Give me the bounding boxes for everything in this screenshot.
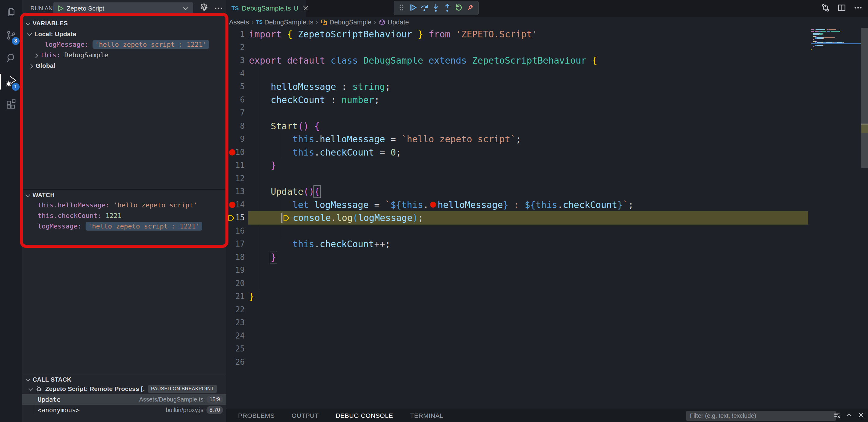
code-editor[interactable]: 1import { ZepetoScriptBehaviour } from '… xyxy=(226,28,868,409)
panel-tab-problems[interactable]: PROBLEMS xyxy=(238,409,275,422)
code-line-21[interactable]: 21} xyxy=(226,290,868,303)
token: . xyxy=(314,134,320,144)
token xyxy=(249,134,293,144)
code-line-19[interactable]: 19 xyxy=(226,264,868,277)
breadcrumb-item-debugsample[interactable]: DebugSample xyxy=(320,19,371,26)
stack-frame-row[interactable]: <anonymous> builtin/proxy.js 8:70 xyxy=(22,405,226,415)
code-line-23[interactable]: 23 xyxy=(226,316,868,329)
token: . xyxy=(331,212,336,223)
code-line-22[interactable]: 22 xyxy=(226,303,868,316)
restart-button[interactable] xyxy=(453,2,464,14)
gear-icon[interactable] xyxy=(199,3,210,14)
launch-config-dropdown[interactable]: Zepeto Script xyxy=(53,2,193,14)
code-line-17[interactable]: 17 this.checkCount++; xyxy=(226,238,868,251)
method-symbol-icon xyxy=(378,19,386,26)
debug-console-filter-input[interactable] xyxy=(686,411,836,421)
activity-item-explorer[interactable] xyxy=(0,1,22,24)
code-line-5[interactable]: 5 helloMessage : string; xyxy=(226,80,868,93)
close-panel-button[interactable] xyxy=(857,411,866,420)
chevron-down-icon xyxy=(29,386,33,391)
token: ; xyxy=(396,147,401,158)
debug-session-row[interactable]: Zepeto Script: Remote Process [... PAUSE… xyxy=(22,384,226,394)
activity-item-extensions[interactable] xyxy=(0,93,22,116)
clear-console-button[interactable] xyxy=(832,411,841,420)
activity-item-run-and-debug[interactable]: 1 xyxy=(0,70,22,93)
activity-item-source-control[interactable]: 8 xyxy=(0,24,22,47)
start-debug-icon[interactable] xyxy=(56,4,64,12)
panel-tab-bar: PROBLEMSOUTPUTDEBUG CONSOLETERMINAL xyxy=(238,409,443,422)
code-line-2[interactable]: 2 xyxy=(226,41,868,54)
open-changes-button[interactable] xyxy=(820,3,831,14)
code-line-6[interactable]: 6 checkCount : number; xyxy=(226,93,868,107)
watch-row[interactable]: logMessage: 'hello zepeto script : 1221' xyxy=(22,221,226,232)
panel-tab-terminal[interactable]: TERMINAL xyxy=(410,409,443,422)
token: this xyxy=(401,200,423,210)
variables-section-header[interactable]: VARIABLES xyxy=(22,18,226,28)
code-line-13[interactable]: 13 Update(){ xyxy=(226,185,868,198)
more-actions-icon[interactable] xyxy=(214,4,224,14)
variable-row[interactable]: Global xyxy=(22,60,226,71)
call-stack-section-header[interactable]: CALL STACK xyxy=(22,374,226,385)
code-line-9[interactable]: 9 this.helloMessage = `hello zepeto scri… xyxy=(226,132,868,146)
line-number: 14 xyxy=(226,198,245,212)
minimap[interactable] xyxy=(811,28,861,94)
code-line-26[interactable]: 26 xyxy=(226,356,868,369)
breadcrumb-item-assets[interactable]: Assets xyxy=(229,19,249,26)
code-text: } xyxy=(249,290,254,303)
code-line-11[interactable]: 11 } xyxy=(226,159,868,172)
step-out-button[interactable] xyxy=(441,2,453,14)
code-line-4[interactable]: 4 xyxy=(226,67,868,81)
token: from xyxy=(429,29,450,39)
token: string xyxy=(352,81,385,92)
clear-icon xyxy=(833,411,841,420)
split-editor-button[interactable] xyxy=(836,3,847,14)
editor-scrollbar[interactable] xyxy=(861,28,868,168)
token: { xyxy=(314,121,320,131)
tab-debugsample[interactable]: TS DebugSample.ts U xyxy=(226,0,306,17)
code-line-18[interactable]: 18 } xyxy=(226,251,868,264)
close-icon[interactable] xyxy=(302,5,309,12)
minimap-current-line xyxy=(811,43,861,44)
code-line-14[interactable]: 14 let logMessage = `${this.helloMessage… xyxy=(226,198,868,212)
variable-row[interactable]: Local: Update xyxy=(22,29,226,39)
activity-item-search[interactable] xyxy=(0,47,22,70)
code-line-25[interactable]: 25 xyxy=(226,342,868,356)
code-line-24[interactable]: 24 xyxy=(226,329,868,343)
token: { xyxy=(287,29,292,39)
code-line-15[interactable]: 15 console.log(logMessage); xyxy=(226,211,868,224)
code-line-16[interactable]: 16 xyxy=(226,224,868,238)
code-line-10[interactable]: 10 this.checkCount = 0; xyxy=(226,146,868,159)
variable-row[interactable]: this: DebugSample xyxy=(22,50,226,60)
variable-value: DebugSample xyxy=(64,51,108,59)
disconnect-button[interactable] xyxy=(464,2,476,14)
step-over-button[interactable] xyxy=(418,2,430,14)
token: Update xyxy=(271,186,303,197)
maximize-panel-button[interactable] xyxy=(844,411,854,420)
token xyxy=(358,55,363,66)
token: . xyxy=(314,239,320,249)
code-line-7[interactable]: 7 xyxy=(226,107,868,120)
watch-row[interactable]: this.checkCount: 1221 xyxy=(22,210,226,221)
files-icon xyxy=(5,7,17,19)
panel-tab-debug-console[interactable]: DEBUG CONSOLE xyxy=(336,409,393,422)
continue-button[interactable] xyxy=(407,2,418,14)
variable-value: 'hello zepeto script' xyxy=(114,201,197,209)
watch-row[interactable]: this.helloMessage: 'hello zepeto script' xyxy=(22,200,226,210)
code-line-20[interactable]: 20 xyxy=(226,277,868,290)
variable-row[interactable]: logMessage: 'hello zepeto script : 1221' xyxy=(22,39,226,50)
step-into-button[interactable] xyxy=(430,2,441,14)
breadcrumb-item-update[interactable]: Update xyxy=(378,19,409,26)
token xyxy=(249,239,293,249)
code-line-8[interactable]: 8 Start() { xyxy=(226,120,868,133)
token: ${ xyxy=(391,200,401,210)
watch-section-header[interactable]: WATCH xyxy=(22,190,226,200)
code-line-12[interactable]: 12 xyxy=(226,172,868,185)
stack-frame-row[interactable]: Update Assets/DebugSample.ts 15:9 xyxy=(22,394,226,405)
code-text: this.helloMessage = `hello zepeto script… xyxy=(249,132,521,146)
panel-tab-output[interactable]: OUTPUT xyxy=(292,409,319,422)
breadcrumb-item-debugsample-ts[interactable]: TSDebugSample.ts xyxy=(256,19,313,26)
code-line-3[interactable]: 3export default class DebugSample extend… xyxy=(226,54,868,67)
more-actions-button[interactable] xyxy=(852,3,864,14)
code-line-1[interactable]: 1import { ZepetoScriptBehaviour } from '… xyxy=(226,28,868,41)
toolbar-drag-grip[interactable] xyxy=(396,2,407,14)
